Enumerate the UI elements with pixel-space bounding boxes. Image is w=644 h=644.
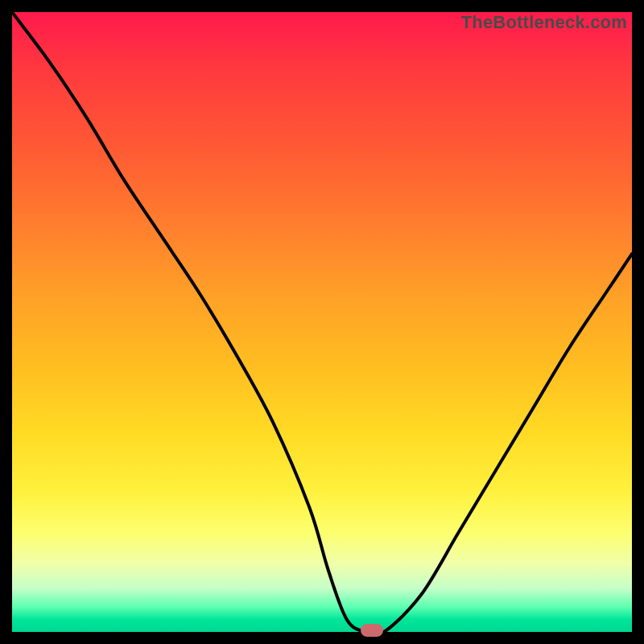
chart-frame: TheBottleneck.com xyxy=(0,0,644,644)
optimal-marker xyxy=(361,624,383,637)
bottleneck-curve xyxy=(12,12,632,632)
curve-svg xyxy=(12,12,632,632)
plot-area: TheBottleneck.com xyxy=(12,12,632,632)
